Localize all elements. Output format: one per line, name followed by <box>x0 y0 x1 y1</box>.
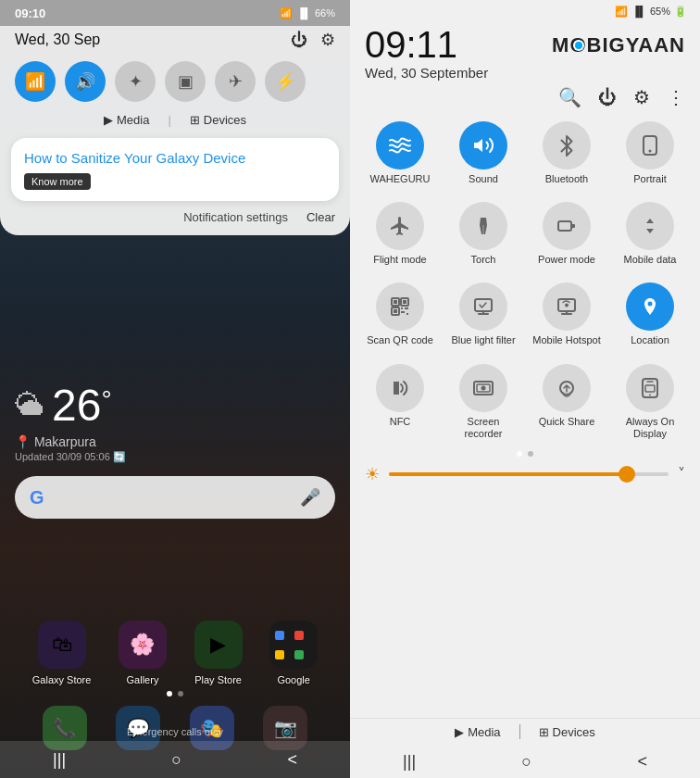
qs-waheguru[interactable]: WAHEGURU <box>361 116 439 191</box>
media-play-icon: ▶ <box>104 113 113 127</box>
power-icon[interactable]: ⏻ <box>291 31 307 50</box>
portrait-icon <box>626 121 674 169</box>
notification-card[interactable]: How to Sanitize Your Galaxy Device Know … <box>11 138 339 201</box>
signal-icon: 📶 <box>280 7 293 19</box>
app-play-store[interactable]: ▶ Play Store <box>194 621 243 685</box>
qs-always-on[interactable]: Always On Display <box>611 358 689 445</box>
settings-icon[interactable]: ⚙ <box>320 30 335 50</box>
devices-icon-right: ⊞ <box>539 725 549 739</box>
toggle-storage[interactable]: ▣ <box>165 61 206 102</box>
hotspot-label: Mobile Hotspot <box>532 334 600 346</box>
notification-settings-button[interactable]: Notification settings <box>183 210 288 224</box>
status-icons-right: 📶 ▐▌ 65% 🔋 <box>615 6 687 18</box>
qs-power-mode[interactable]: Power mode <box>528 196 606 271</box>
brand-name: MOBIGYAAN <box>552 33 685 56</box>
app-google[interactable]: Google <box>269 621 318 685</box>
qs-screen-recorder[interactable]: Screen recorder <box>444 358 522 445</box>
know-more-button[interactable]: Know more <box>24 173 91 190</box>
flight-label: Flight mode <box>373 254 426 266</box>
play-store-label: Play Store <box>194 674 242 685</box>
devices-button[interactable]: ⊞ Devices <box>190 113 246 127</box>
search-bar[interactable]: G 🎤 <box>15 476 335 519</box>
devices-icon: ⊞ <box>190 113 200 127</box>
devices-button-right[interactable]: ⊞ Devices <box>539 725 595 739</box>
notif-settings-row: Notification settings Clear <box>0 201 350 224</box>
brightness-slider[interactable] <box>389 472 669 476</box>
location-icon <box>626 282 674 331</box>
google-logo: G <box>30 487 44 508</box>
settings-button[interactable]: ⚙ <box>633 86 650 108</box>
toggle-wifi[interactable]: 📶 <box>15 61 56 102</box>
svg-rect-3 <box>558 221 571 231</box>
power-button[interactable]: ⏻ <box>598 87 617 108</box>
quick-toggles: 📶 🔊 ✦ ▣ ✈ ⚡ <box>0 57 350 109</box>
qs-qr[interactable]: Scan QR code <box>361 277 439 352</box>
qs-portrait[interactable]: Portrait <box>611 116 689 191</box>
qs-location[interactable]: Location <box>611 277 689 352</box>
waheguru-icon <box>376 121 424 169</box>
brand-logo: MOBIGYAAN <box>552 33 685 57</box>
gallery-icon: 🌸 <box>119 621 167 669</box>
always-on-label: Always On Display <box>615 416 685 440</box>
recent-apps-right[interactable]: ||| <box>384 748 434 775</box>
status-icons-left: 📶 ▐▌ 66% <box>280 7 335 19</box>
notif-title-highlight: Galaxy Device <box>156 150 246 166</box>
media-button-right[interactable]: ▶ Media <box>455 725 500 739</box>
media-play-icon-right: ▶ <box>455 725 464 739</box>
clear-button[interactable]: Clear <box>306 210 335 224</box>
qs-torch[interactable]: Torch <box>444 196 522 271</box>
devices-label: Devices <box>204 113 246 127</box>
app-gallery[interactable]: 🌸 Gallery <box>119 621 167 685</box>
torch-qs-icon <box>459 202 507 250</box>
toggle-airplane[interactable]: ✈ <box>215 61 256 102</box>
qs-bluetooth[interactable]: Bluetooth <box>528 116 606 191</box>
svg-rect-12 <box>405 307 408 309</box>
quick-settings-grid: WAHEGURU Sound Bluetooth <box>350 116 700 445</box>
toggle-sound[interactable]: 🔊 <box>65 61 106 102</box>
qs-flight[interactable]: Flight mode <box>361 196 439 271</box>
app-galaxy-store[interactable]: 🛍 Galaxy Store <box>32 621 92 685</box>
qr-icon <box>376 282 424 331</box>
torch-icon: ⚡ <box>275 71 295 92</box>
power-mode-label: Power mode <box>538 254 595 266</box>
qs-quick-share[interactable]: Quick Share <box>528 358 606 445</box>
recent-apps-button[interactable]: ||| <box>34 747 84 773</box>
qs-nfc[interactable]: NFC <box>361 358 439 445</box>
brightness-thumb[interactable] <box>619 466 635 483</box>
sound-qs-icon <box>459 121 507 169</box>
weather-row: 🌥 26 ° <box>15 380 126 431</box>
flight-icon <box>376 202 424 250</box>
right-date: Wed, 30 September <box>365 65 488 81</box>
qs-mobile-data[interactable]: Mobile data <box>611 196 689 271</box>
more-button[interactable]: ⋮ <box>667 86 685 108</box>
qs-sound[interactable]: Sound <box>444 116 522 191</box>
media-button[interactable]: ▶ Media <box>104 113 149 127</box>
battery-indicator: 🔋 <box>674 6 687 18</box>
shade-header-icons: ⏻ ⚙ <box>291 30 335 50</box>
waheguru-label: WAHEGURU <box>370 173 431 185</box>
back-button[interactable]: < <box>269 747 316 773</box>
right-time-block: 09:11 Wed, 30 September <box>365 26 488 81</box>
qs-hotspot[interactable]: Mobile Hotspot <box>528 277 606 352</box>
toggle-torch[interactable]: ⚡ <box>265 61 306 102</box>
mic-icon[interactable]: 🎤 <box>300 487 320 508</box>
page-dot-2 <box>178 691 183 696</box>
svg-point-21 <box>481 385 486 390</box>
back-right[interactable]: < <box>619 748 666 775</box>
google-label: Google <box>277 674 309 685</box>
media-label-right: Media <box>468 725 500 739</box>
weather-widget: 🌥 26 ° 📍 Makarpura Updated 30/09 05:06 🔄 <box>15 380 126 463</box>
sound-label: Sound <box>469 173 498 185</box>
home-right[interactable]: ○ <box>503 748 550 775</box>
brightness-expand-icon[interactable]: ˅ <box>678 465 685 483</box>
emergency-label: Emergency calls only <box>127 726 223 737</box>
svg-point-17 <box>565 304 569 307</box>
home-button[interactable]: ○ <box>153 747 200 773</box>
media-label: Media <box>117 113 149 127</box>
toggle-bluetooth[interactable]: ✦ <box>115 61 156 102</box>
qs-blue-light[interactable]: Blue light filter <box>444 277 522 352</box>
search-button[interactable]: 🔍 <box>558 86 581 108</box>
quick-share-icon <box>543 364 591 412</box>
location-label: Location <box>631 334 669 346</box>
status-bar-left: 09:10 📶 ▐▌ 66% <box>0 0 350 26</box>
